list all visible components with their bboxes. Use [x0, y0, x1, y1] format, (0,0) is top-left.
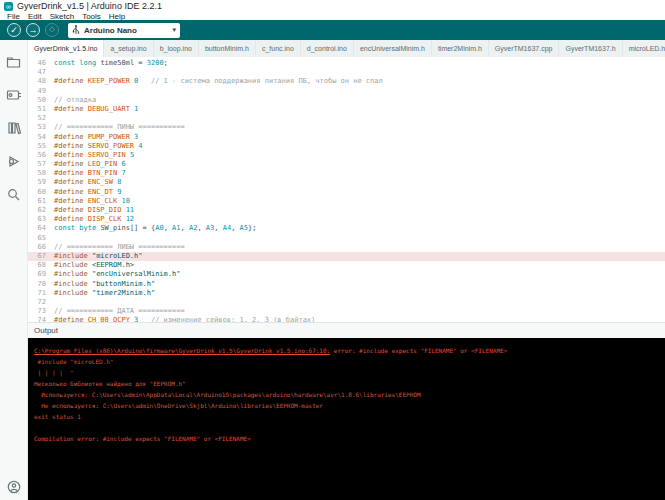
code-line: 46const long time50ml = 3200;: [28, 59, 665, 68]
console-line: Несколько библиотек найдено для "EEPROM.…: [34, 378, 661, 389]
code-line: 70#include "buttonMinim.h": [28, 280, 665, 289]
line-number: 70: [28, 280, 54, 289]
window-title: GyverDrink_v1.5 | Arduino IDE 2.2.1: [17, 1, 162, 11]
code-line: 66// =========== ЛИБЫ ===========: [28, 243, 665, 252]
tab-c_func.ino[interactable]: c_func.ino: [256, 40, 301, 57]
debug-icon: [48, 25, 56, 35]
line-number: 47: [28, 68, 54, 77]
line-number: 58: [28, 169, 54, 178]
code-line: 59#define ENC_SW 8: [28, 178, 665, 187]
code-line: 69#include "encUniversalMinim.h": [28, 270, 665, 279]
debugger-icon[interactable]: [6, 153, 22, 169]
line-number: 67: [28, 252, 54, 261]
line-number: 61: [28, 197, 54, 206]
line-number: 60: [28, 188, 54, 197]
upload-button[interactable]: →: [26, 23, 40, 37]
board-selector[interactable]: Arduino Nano ▾: [68, 23, 180, 38]
line-number: 50: [28, 96, 54, 105]
line-number: 55: [28, 142, 54, 151]
code-line: 71#include "timer2Minim.h": [28, 289, 665, 298]
menu-help[interactable]: Help: [105, 12, 129, 21]
arrow-right-icon: →: [29, 26, 38, 35]
code-line: 52: [28, 114, 665, 123]
line-number: 59: [28, 178, 54, 187]
code-line: 60#define ENC_DT 9: [28, 188, 665, 197]
code-line: 51#define DEBUG_UART 1: [28, 105, 665, 114]
tab-encUniversalMinim.h[interactable]: encUniversalMinim.h: [354, 40, 432, 57]
line-number: 72: [28, 298, 54, 307]
line-number: 53: [28, 123, 54, 132]
console-line: Используется: C:\Users\admin\AppData\Loc…: [34, 389, 661, 400]
line-number: 54: [28, 133, 54, 142]
line-number: 71: [28, 289, 54, 298]
line-number: 65: [28, 234, 54, 243]
title-bar: ∞ GyverDrink_v1.5 | Arduino IDE 2.2.1: [0, 0, 665, 12]
editor-column: GyverDrink_v1.5.inoa_setup.inob_loop.ino…: [28, 40, 665, 500]
account-icon[interactable]: [6, 479, 22, 495]
code-line: 61#define ENC_CLK 10: [28, 197, 665, 206]
code-line: 53// =========== ПИНЫ ===========: [28, 123, 665, 132]
tab-buttonMinim.h[interactable]: buttonMinim.h: [199, 40, 256, 57]
debug-button[interactable]: [45, 23, 59, 37]
console-line: | | | | ^: [34, 367, 661, 378]
code-line: 49: [28, 87, 665, 96]
code-line: 55#define SERVO_POWER 4: [28, 142, 665, 151]
search-icon[interactable]: [6, 186, 22, 202]
main-area: GyverDrink_v1.5.inoa_setup.inob_loop.ino…: [0, 40, 665, 500]
menu-sketch[interactable]: Sketch: [46, 12, 78, 21]
activity-bar: [0, 40, 28, 500]
console-line: Compilation error: #include expects "FIL…: [34, 433, 661, 444]
tab-GyverTM1637.h[interactable]: GyverTM1637.h: [559, 40, 622, 57]
console-line: #include "microLED.h": [34, 356, 661, 367]
console-line: Не используется: C:\Users\admin\OneDrive…: [34, 400, 661, 411]
compiler-console[interactable]: C:\Program Files (x86)\Arduino\firmware\…: [28, 338, 665, 500]
menu-tools[interactable]: Tools: [78, 12, 105, 21]
board-name: Arduino Nano: [84, 26, 168, 35]
code-line: 73// =========== ДАТА ===========: [28, 307, 665, 316]
line-number: 73: [28, 307, 54, 316]
output-panel-header: Output: [28, 322, 665, 338]
code-editor[interactable]: 46const long time50ml = 3200;4748#define…: [28, 57, 665, 322]
arduino-app-icon: ∞: [4, 2, 13, 11]
line-number: 46: [28, 59, 54, 68]
line-number: 49: [28, 87, 54, 96]
tab-b_loop.ino[interactable]: b_loop.ino: [154, 40, 199, 57]
line-number: 63: [28, 215, 54, 224]
console-line: exit status 1: [34, 411, 661, 422]
boards-manager-icon[interactable]: [6, 87, 22, 103]
menu-bar: FileEditSketchToolsHelp: [0, 12, 665, 20]
tab-a_setup.ino[interactable]: a_setup.ino: [104, 40, 153, 57]
verify-button[interactable]: ✓: [7, 23, 21, 37]
line-number: 52: [28, 114, 54, 123]
menu-edit[interactable]: Edit: [24, 12, 46, 21]
code-line: 57#define LED_PIN 6: [28, 160, 665, 169]
code-line: 56#define SERVO_PIN 5: [28, 151, 665, 160]
tab-d_control.ino[interactable]: d_control.ino: [301, 40, 354, 57]
tab-GyverTM1637.cpp[interactable]: GyverTM1637.cpp: [489, 40, 560, 57]
code-line: 54#define PUMP_POWER 3: [28, 133, 665, 142]
usb-icon: [72, 21, 80, 39]
tab-timer2Minim.h[interactable]: timer2Minim.h: [432, 40, 489, 57]
tab-microLED.h[interactable]: microLED.h: [623, 40, 665, 57]
menu-file[interactable]: File: [3, 12, 24, 21]
code-line: 48#define KEEP_POWER 0 // 1 - система по…: [28, 77, 665, 86]
line-number: 66: [28, 243, 54, 252]
line-number: 68: [28, 261, 54, 270]
sketchbook-folder-icon[interactable]: [6, 54, 22, 70]
checkmark-icon: ✓: [10, 26, 18, 35]
code-line: 63#define DISP_CLK 12: [28, 215, 665, 224]
code-line: 72: [28, 298, 665, 307]
code-line: 65: [28, 234, 665, 243]
code-line: 67#include "microLED.h": [28, 252, 665, 261]
chevron-down-icon: ▾: [172, 26, 176, 34]
line-number: 56: [28, 151, 54, 160]
library-manager-icon[interactable]: [6, 120, 22, 136]
code-line: 68#include <EEPROM.h>: [28, 261, 665, 270]
console-line: C:\Program Files (x86)\Arduino\firmware\…: [34, 345, 661, 356]
tab-GyverDrink_v1.5.ino[interactable]: GyverDrink_v1.5.ino: [28, 40, 104, 57]
line-number: 48: [28, 77, 54, 86]
code-line: 50// отладка: [28, 96, 665, 105]
line-number: 64: [28, 224, 54, 233]
code-line: 58#define BTN_PIN 7: [28, 169, 665, 178]
toolbar: ✓ → Arduino Nano ▾: [0, 20, 665, 40]
